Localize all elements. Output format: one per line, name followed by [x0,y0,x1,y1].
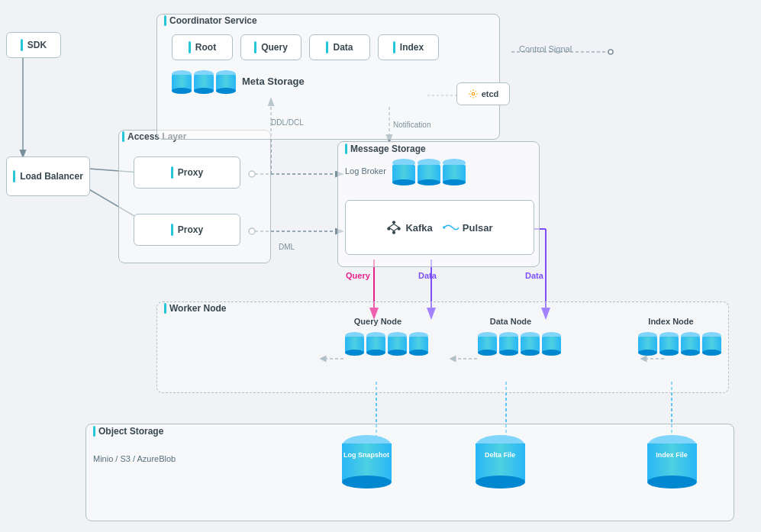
pulsar-item: Pulsar [442,221,493,234]
sdk-label: SDK [27,40,47,50]
in-cyl-2 [659,332,679,353]
dml-label: DML [279,243,295,251]
index-coord-box: Index [378,34,439,60]
log-cyl-1 [392,159,415,183]
coordinator-label: Coordinator Service [164,15,257,26]
kafka-pulsar-box: Kafka Pulsar [345,200,534,255]
index-node-cyls [638,332,721,353]
data-node-label: Data Node [476,317,545,326]
pulsar-label: Pulsar [463,222,493,234]
qn-cyl-3 [388,332,407,353]
meta-storage-row: Meta Storage [172,70,305,92]
svg-line-33 [394,224,399,227]
object-storage-label: Object Storage [93,426,163,437]
query-coord-box: Query [240,34,301,60]
etcd-box: etcd [456,82,510,105]
sdk-box: SDK [6,32,61,58]
query-node-cyls [345,332,428,353]
query-arrow-label: Query [346,271,370,280]
data-coord-label: Data [333,42,353,53]
svg-point-27 [472,92,475,95]
data-node-cyls [478,332,561,353]
root-label: Root [195,42,216,53]
kafka-label: Kafka [405,222,432,234]
ddl-dcl-label: DDL/DCL [271,118,304,127]
proxy1-label: Proxy [178,167,203,178]
in-cyl-3 [681,332,700,353]
svg-point-29 [392,231,395,234]
message-storage-label: Message Storage [345,143,426,154]
data-coord-box: Data [309,34,370,60]
proxy2-box: Proxy [134,214,240,246]
query-coord-label: Query [261,42,288,53]
index-file-container: Index File [645,435,698,488]
delta-file-cyl: Delta File [476,435,525,488]
qn-cyl-1 [345,332,364,353]
load-balancer-label: Load Balancer [20,171,83,182]
qn-cyl-4 [409,332,428,353]
index-coord-label: Index [400,42,424,53]
notification-label: Notification [393,121,430,129]
qn-cyl-2 [366,332,385,353]
meta-cyl-2 [194,70,214,92]
log-snapshot-label: Log Snapshot [342,451,392,460]
root-box: Root [172,34,233,60]
kafka-item: Kafka [386,220,432,235]
dn-cyl-4 [542,332,561,353]
kafka-icon [386,220,401,235]
gear-icon [468,89,479,99]
svg-point-36 [443,226,445,228]
load-balancer-box: Load Balancer [6,156,90,196]
pulsar-icon [442,221,459,234]
in-cyl-4 [702,332,721,353]
log-snapshot-container: Log Snapshot [340,435,393,488]
data-arrow-label1: Data [418,271,437,280]
dn-cyl-2 [499,332,518,353]
log-broker-label: Log Broker [345,166,386,176]
index-file-cyl: Index File [647,435,697,488]
log-broker-row: Log Broker [345,159,466,183]
index-file-label: Index File [647,451,697,460]
svg-point-28 [392,221,395,224]
meta-storage-label: Meta Storage [242,76,305,87]
object-storage-section [85,424,734,521]
dn-cyl-3 [521,332,540,353]
proxy1-box: Proxy [134,156,240,189]
diagram-container: SDK Load Balancer Access Layer Proxy Pro… [0,0,761,532]
svg-line-32 [389,224,395,227]
etcd-label: etcd [482,89,499,98]
log-cyl-3 [443,159,466,183]
worker-node-label: Worker Node [164,303,226,314]
query-node-label: Query Node [343,317,412,326]
dn-cyl-1 [478,332,497,353]
index-node-label: Index Node [637,317,705,326]
svg-point-11 [608,50,613,54]
meta-cyl-1 [172,70,192,92]
data-arrow-label2: Data [525,271,543,280]
meta-cyl-3 [216,70,236,92]
log-snapshot-cyl: Log Snapshot [342,435,392,488]
control-signal-label: Control Signal [519,44,572,53]
in-cyl-1 [638,332,657,353]
log-cyl-2 [418,159,440,183]
delta-file-label: Delta File [476,451,525,460]
delta-file-container: Delta File [473,435,527,488]
proxy2-label: Proxy [178,224,203,235]
minio-label: Minio / S3 / AzureBlob [93,454,176,463]
